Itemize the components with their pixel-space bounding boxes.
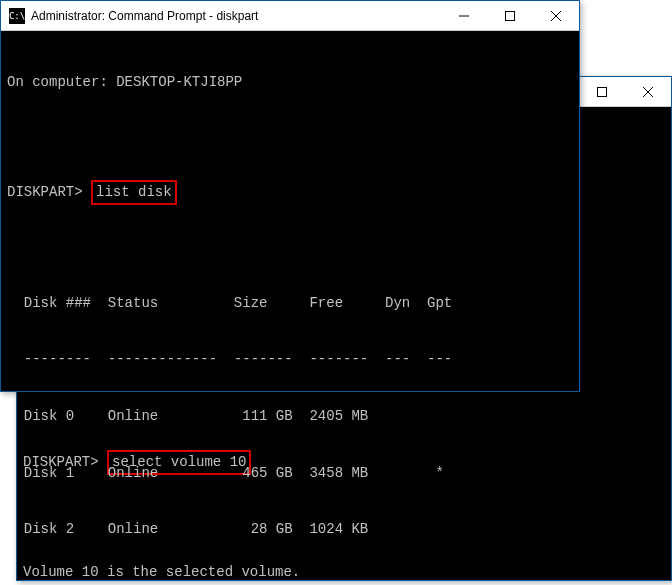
cmd-list-disk: list disk: [91, 180, 177, 205]
minimize-button[interactable]: [441, 1, 487, 30]
window-title-front: Administrator: Command Prompt - diskpart: [31, 9, 441, 23]
close-button[interactable]: [625, 77, 671, 106]
table-row: Disk 0 Online 111 GB 2405 MB: [7, 407, 573, 426]
table-row: Disk 1 Online 465 GB 3458 MB *: [7, 464, 573, 483]
maximize-button[interactable]: [487, 1, 533, 30]
close-button[interactable]: [533, 1, 579, 30]
svg-rect-5: [506, 11, 515, 20]
cmd-window-front: C:\ Administrator: Command Prompt - disk…: [0, 0, 580, 392]
titlebar-front[interactable]: C:\ Administrator: Command Prompt - disk…: [1, 1, 579, 31]
cmd-icon: C:\: [9, 8, 25, 24]
diskpart-prompt: DISKPART>: [7, 184, 83, 200]
table-row: Disk 2 Online 28 GB 1024 KB: [7, 520, 573, 539]
maximize-button[interactable]: [579, 77, 625, 106]
svg-rect-1: [598, 87, 607, 96]
computer-line: On computer: DESKTOP-KTJI8PP: [7, 73, 573, 92]
terminal-output-front[interactable]: On computer: DESKTOP-KTJI8PP DISKPART> l…: [1, 31, 579, 585]
window-controls-front: [441, 1, 579, 30]
disk-table-divider: -------- ------------- ------- ------- -…: [7, 350, 573, 369]
disk-table-header: Disk ### Status Size Free Dyn Gpt: [7, 294, 573, 313]
